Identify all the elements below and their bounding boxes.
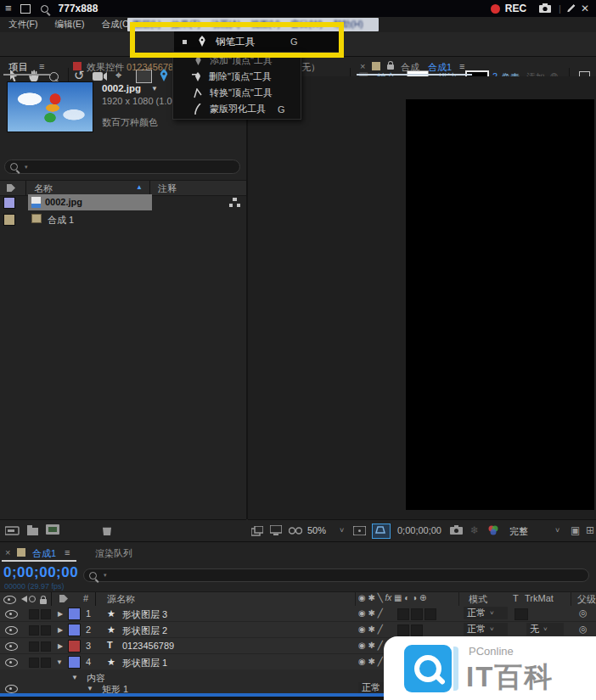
audio-column-icon[interactable] (18, 596, 27, 602)
layer-name[interactable]: 形状图层 2 (122, 624, 167, 637)
menu-item-mask-feather[interactable]: 蒙版羽化工具 G (173, 101, 301, 117)
layer-switches[interactable]: ◉ ✱ ╱ (358, 624, 383, 634)
zoom-level[interactable]: 50% (307, 525, 326, 535)
flowchart-icon[interactable] (229, 198, 241, 207)
eye-icon[interactable] (5, 642, 18, 651)
comp-timecode[interactable]: 0;00;00;00 (397, 525, 441, 535)
monitor-icon[interactable] (270, 525, 282, 536)
transparency-grid-icon[interactable]: ⊞ (586, 524, 594, 536)
pick-whip-icon[interactable]: ◎ (579, 608, 588, 619)
channels-icon[interactable] (487, 525, 499, 535)
sort-ascending-icon[interactable]: ▲ (136, 183, 143, 191)
layer-switches[interactable]: ◉ ✱ ╱ (358, 641, 383, 650)
expand-icon[interactable]: ▶ (58, 610, 63, 618)
menu-file[interactable]: 文件(F) (8, 19, 37, 31)
project-search-input[interactable]: ▾ (4, 160, 240, 174)
pick-whip-icon[interactable]: ◎ (579, 624, 588, 635)
column-parent[interactable]: 父级 (577, 593, 596, 606)
hamburger-menu-icon[interactable]: ≡ (5, 0, 12, 17)
trkmat-select[interactable]: 无˅ (526, 623, 564, 636)
table-row[interactable]: 0002.jpg (0, 194, 246, 210)
zoom-chevron-icon[interactable]: ˅ (340, 526, 344, 535)
search-icon[interactable] (41, 5, 48, 13)
blend-mode-select[interactable]: 正常˅ (464, 607, 508, 619)
layer-name[interactable]: 形状图层 1 (122, 657, 167, 669)
collapse-icon[interactable]: ▼ (71, 674, 78, 681)
trash-icon[interactable] (103, 526, 111, 535)
project-item-name[interactable]: 合成 1 (48, 214, 74, 227)
label-swatch[interactable] (3, 197, 15, 209)
layer-switches[interactable]: ◉ ✱ ╱ (358, 657, 383, 666)
eye-icon[interactable] (5, 658, 18, 667)
blend-mode-select[interactable]: 正常˅ (464, 623, 508, 636)
timeline-panel-menu-icon[interactable]: ≡ (65, 547, 70, 557)
new-folder-icon[interactable] (27, 528, 38, 535)
menu-item-convert-vertex[interactable]: 转换"顶点"工具 (173, 85, 301, 101)
tab-timeline-comp1[interactable]: 合成1 (32, 547, 56, 560)
project-item-name[interactable]: 0002.jpg (45, 197, 82, 207)
layer-name[interactable]: 形状图层 3 (122, 608, 167, 621)
column-t[interactable]: T (513, 593, 519, 603)
snapshot-camera-icon[interactable] (450, 525, 463, 535)
rec-label[interactable]: REC (505, 3, 526, 14)
stereo-glasses-icon[interactable] (289, 527, 302, 535)
label-swatch[interactable] (3, 214, 15, 226)
interpret-footage-icon[interactable] (5, 525, 20, 536)
lock-column-icon[interactable] (40, 599, 47, 604)
timeline-tab-close-icon[interactable]: × (5, 547, 10, 557)
footage-dropdown-icon[interactable]: ▼ (151, 85, 158, 92)
expand-icon[interactable]: ▶ (58, 626, 63, 634)
column-number[interactable]: # (83, 593, 88, 603)
window-icon[interactable] (20, 4, 31, 14)
comp-panel-menu-icon[interactable]: ≡ (459, 61, 464, 71)
camera-icon[interactable] (538, 3, 552, 14)
hand-tool-icon[interactable] (28, 70, 40, 82)
solo-column-icon[interactable] (29, 596, 36, 602)
new-composition-icon[interactable] (46, 524, 59, 535)
menu-edit[interactable]: 编辑(E) (54, 19, 84, 31)
resolution-select[interactable]: 完整 (509, 525, 528, 538)
collapse-icon[interactable]: ▼ (87, 685, 93, 692)
project-panel-menu-icon[interactable]: ≡ (39, 61, 44, 71)
watermark-brand: PConline (469, 645, 514, 658)
video-column-icon[interactable] (3, 596, 16, 604)
label-column-icon[interactable] (7, 184, 15, 192)
tab-composition-1[interactable]: 合成1 (428, 61, 452, 74)
menu-item-delete-vertex[interactable]: 删除"顶点"工具 (173, 69, 301, 85)
tab-effect-controls[interactable]: 效果控件 0123456789 (87, 61, 178, 74)
resolution-chevron-icon[interactable]: ˅ (555, 526, 559, 535)
always-preview-icon[interactable] (251, 526, 263, 536)
region-of-interest-icon[interactable]: ▣ (571, 524, 580, 536)
column-name[interactable]: 名称 (34, 182, 53, 195)
column-mode[interactable]: 模式 (469, 593, 487, 606)
safe-margins-icon[interactable] (353, 526, 366, 535)
collapse-icon[interactable]: ▼ (56, 658, 63, 666)
expand-icon[interactable]: ▶ (58, 642, 63, 650)
tab-render-queue[interactable]: 渲染队列 (95, 547, 132, 560)
layer-name[interactable]: 0123456789 (122, 641, 174, 651)
unlock-icon[interactable] (387, 64, 394, 70)
pencil-icon[interactable] (566, 4, 576, 14)
table-row[interactable]: ▶ 1 ★ 形状图层 3 ◉ ✱ ╱ 正常˅ ◎ (0, 606, 596, 622)
eye-icon[interactable] (5, 685, 18, 693)
label-column-icon[interactable] (59, 595, 68, 602)
label-swatch[interactable] (68, 640, 81, 652)
label-swatch[interactable] (68, 608, 81, 620)
timeline-timecode[interactable]: 0;00;00;00 (3, 564, 78, 581)
column-comment[interactable]: 注释 (158, 182, 177, 195)
layer-switches[interactable]: ◉ ✱ ╱ (358, 608, 383, 618)
label-swatch[interactable] (68, 656, 81, 669)
footage-thumbnail[interactable] (7, 81, 93, 132)
column-source-name[interactable]: 源名称 (107, 593, 135, 606)
timeline-search-input[interactable]: ▾ (83, 568, 589, 582)
close-icon[interactable]: ✕ (581, 0, 589, 17)
tab-project[interactable]: 项目 (8, 61, 28, 74)
eye-icon[interactable] (5, 610, 18, 619)
label-swatch[interactable] (68, 624, 81, 636)
table-row[interactable]: 合成 1 (0, 211, 246, 227)
comp-tab-close-icon[interactable]: × (360, 61, 365, 71)
column-trkmat[interactable]: TrkMat (525, 593, 554, 603)
composition-viewer[interactable] (406, 99, 594, 510)
eye-icon[interactable] (5, 626, 18, 635)
mask-visibility-button[interactable] (372, 524, 391, 539)
